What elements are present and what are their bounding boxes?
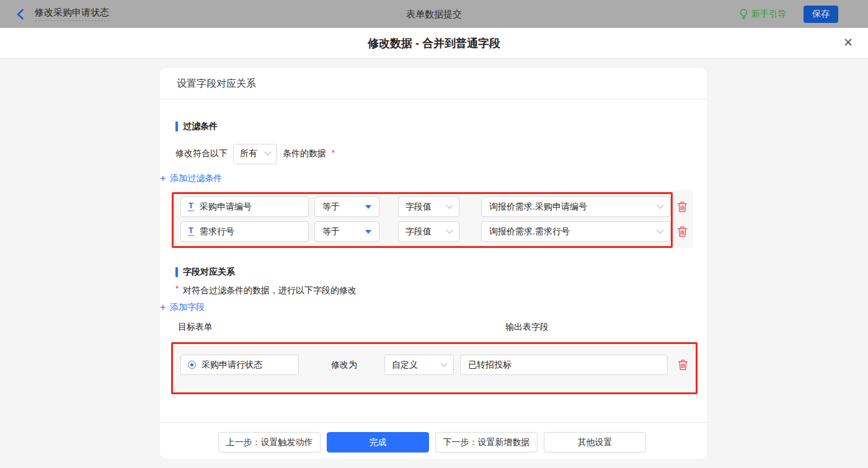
value-mode-select[interactable]: 自定义 — [384, 355, 454, 375]
chevron-down-icon — [446, 201, 453, 208]
filter-section-title: 过滤条件 — [175, 121, 218, 132]
radio-field-icon — [188, 361, 196, 369]
delete-row-button[interactable] — [678, 359, 689, 371]
output-field-column-header: 输出表字段 — [505, 322, 549, 333]
close-icon[interactable]: ✕ — [843, 36, 853, 50]
chevron-down-icon — [264, 149, 271, 156]
filter-field-input[interactable]: T 采购申请编号 — [180, 196, 309, 217]
plus-icon: + — [160, 303, 166, 312]
match-mode-select[interactable]: 所有 — [233, 144, 277, 164]
back-button[interactable] — [16, 9, 24, 20]
value-field-value: 询报价需求.需求行号 — [489, 226, 570, 237]
add-field-label: 添加字段 — [170, 302, 205, 313]
card-header: 设置字段对应关系 — [160, 68, 707, 99]
mapping-row: 采购申请行状态 修改为 自定义 已转招投标 — [175, 355, 693, 375]
topbar: 修改采购申请状态 表单数据提交 新手引导 保存 — [0, 0, 868, 28]
target-field-input[interactable]: 采购申请行状态 — [180, 355, 299, 375]
lightbulb-icon — [740, 9, 748, 19]
radio-dot — [190, 363, 193, 366]
filter-row: T 采购申请编号 等于 字段值 询报价需求.采购申请编号 — [175, 196, 693, 217]
next-step-button[interactable]: 下一步：设置新增数据 — [435, 432, 538, 453]
other-settings-button[interactable]: 其他设置 — [544, 432, 646, 453]
value-type-value: 字段值 — [405, 226, 432, 237]
beginner-guide-link[interactable]: 新手引导 — [740, 9, 786, 20]
target-field-value: 采购申请行状态 — [202, 360, 262, 371]
beginner-guide-label: 新手引导 — [751, 9, 786, 20]
custom-value-text: 已转招投标 — [468, 360, 512, 371]
required-asterisk: * — [175, 284, 179, 293]
filter-row: T 需求行号 等于 字段值 询报价需求.需求行号 — [175, 221, 693, 242]
modify-to-label: 修改为 — [325, 355, 363, 375]
value-type-value: 字段值 — [405, 201, 432, 213]
workflow-title[interactable]: 修改采购申请状态 — [35, 7, 109, 21]
mapping-section-title: 字段对应关系 — [175, 267, 235, 278]
done-button[interactable]: 完成 — [327, 432, 429, 453]
modal-header: 修改数据 - 合并到普通字段 ✕ — [0, 28, 868, 59]
delete-row-button[interactable] — [677, 201, 688, 213]
chevron-down-icon — [657, 226, 663, 233]
add-filter-condition-link[interactable]: + 添加过滤条件 — [160, 173, 222, 184]
value-mode-value: 自定义 — [392, 360, 418, 371]
operator-select[interactable]: 等于 — [314, 196, 379, 217]
section-marker — [175, 267, 178, 277]
value-type-select[interactable]: 字段值 — [398, 221, 459, 242]
required-asterisk: * — [332, 148, 335, 157]
match-condition-row: 修改符合以下 所有 条件的数据 * — [175, 143, 335, 164]
value-field-value: 询报价需求.采购申请编号 — [489, 201, 587, 213]
modal-title: 修改数据 - 合并到普通字段 — [0, 28, 868, 59]
text-field-icon: T — [188, 202, 194, 211]
mapping-rows-panel: 采购申请行状态 修改为 自定义 已转招投标 — [175, 346, 693, 391]
value-field-select[interactable]: 询报价需求.采购申请编号 — [481, 196, 671, 217]
chevron-down-icon — [657, 201, 663, 208]
operator-value: 等于 — [322, 201, 340, 213]
operator-value: 等于 — [322, 226, 340, 237]
chevron-down-icon — [440, 360, 447, 366]
mapping-note-text: 对符合过滤条件的数据，进行以下字段的修改 — [183, 285, 356, 296]
custom-value-input[interactable]: 已转招投标 — [460, 355, 668, 375]
triangle-down-icon — [365, 205, 371, 209]
filter-field-input[interactable]: T 需求行号 — [180, 221, 309, 242]
trash-icon — [677, 226, 688, 237]
value-type-select[interactable]: 字段值 — [398, 196, 459, 217]
delete-row-button[interactable] — [677, 226, 688, 237]
prev-step-button[interactable]: 上一步：设置触发动作 — [218, 432, 321, 453]
filter-section-title-label: 过滤条件 — [183, 121, 218, 132]
topbar-right: 新手引导 保存 — [740, 0, 838, 28]
settings-card: 设置字段对应关系 过滤条件 修改符合以下 所有 条件的数据 * + 添加过滤条件 — [160, 68, 707, 459]
chevron-left-icon — [16, 9, 24, 20]
target-form-column-header: 目标表单 — [178, 322, 213, 333]
topbar-left: 修改采购申请状态 — [16, 0, 109, 28]
filter-field-value: 需求行号 — [200, 226, 234, 237]
trash-icon — [677, 201, 688, 213]
add-filter-condition-label: 添加过滤条件 — [170, 173, 222, 184]
plus-icon: + — [160, 174, 166, 183]
match-mode-value: 所有 — [240, 148, 257, 159]
section-marker — [175, 121, 178, 131]
filter-rows-panel: T 采购申请编号 等于 字段值 询报价需求.采购申请编号 — [175, 190, 693, 248]
text-field-icon: T — [188, 227, 194, 236]
topbar-center-title: 表单数据提交 — [0, 0, 868, 28]
match-suffix-label: 条件的数据 — [283, 148, 326, 159]
save-button[interactable]: 保存 — [804, 6, 838, 23]
filter-field-value: 采购申请编号 — [200, 201, 252, 213]
mapping-note: * 对符合过滤条件的数据，进行以下字段的修改 — [175, 285, 356, 296]
add-field-link[interactable]: + 添加字段 — [160, 302, 205, 313]
value-field-select[interactable]: 询报价需求.需求行号 — [481, 221, 671, 242]
mapping-section-title-label: 字段对应关系 — [183, 267, 235, 278]
card-header-title: 设置字段对应关系 — [177, 77, 256, 91]
triangle-down-icon — [365, 230, 371, 234]
chevron-down-icon — [446, 226, 453, 233]
trash-icon — [678, 359, 688, 371]
column-header-divider — [175, 338, 693, 339]
match-prefix-label: 修改符合以下 — [175, 148, 228, 159]
modal-body: 设置字段对应关系 过滤条件 修改符合以下 所有 条件的数据 * + 添加过滤条件 — [0, 60, 868, 468]
footer-divider — [160, 422, 707, 423]
operator-select[interactable]: 等于 — [314, 221, 379, 242]
